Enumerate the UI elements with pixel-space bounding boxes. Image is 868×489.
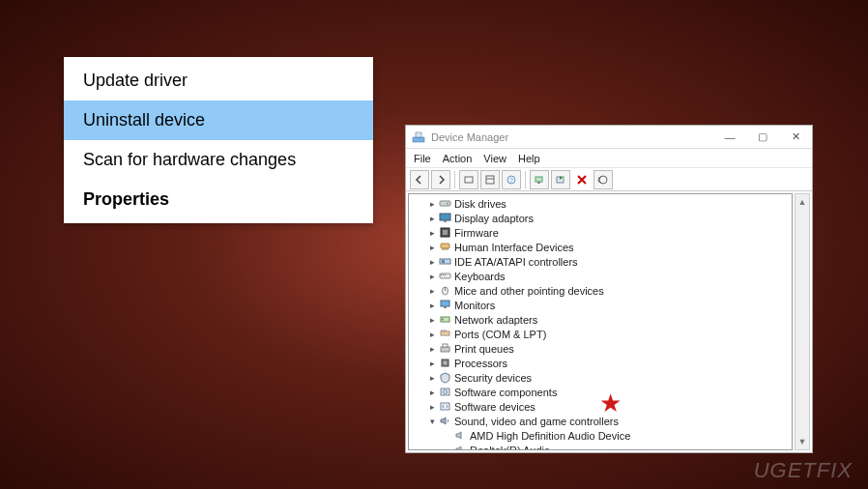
svg-rect-24: [445, 274, 446, 275]
tree-row[interactable]: ▸Monitors: [413, 298, 792, 312]
help-button[interactable]: ?: [502, 170, 521, 189]
menu-file[interactable]: File: [414, 153, 431, 164]
caret-right-icon[interactable]: ▸: [426, 388, 438, 397]
tree-item-label: Display adaptors: [454, 213, 534, 224]
ports-icon: [438, 328, 451, 341]
caret-right-icon[interactable]: ▸: [426, 359, 438, 368]
tree-row[interactable]: ▸Mice and other pointing devices: [413, 283, 792, 298]
tree-row[interactable]: ▸Ports (COM & LPT): [413, 327, 792, 341]
update-driver-button[interactable]: [551, 170, 570, 189]
tree-item-label: Realtek(R) Audio: [470, 445, 550, 451]
menubar: File Action View Help: [406, 149, 812, 168]
mouse-icon: [438, 284, 451, 298]
menu-scan-hardware[interactable]: Scan for hardware changes: [64, 140, 373, 180]
menu-action[interactable]: Action: [443, 153, 473, 164]
svg-rect-2: [465, 177, 473, 183]
caret-right-icon[interactable]: ▸: [426, 330, 438, 339]
tree-row[interactable]: ▸Network adapters: [413, 312, 792, 327]
svg-point-30: [442, 319, 444, 321]
scroll-up-icon[interactable]: ▲: [796, 194, 809, 210]
svg-point-12: [447, 203, 448, 205]
forward-button[interactable]: [431, 170, 450, 189]
context-menu: Update driver Uninstall device Scan for …: [64, 57, 373, 223]
menu-help[interactable]: Help: [518, 153, 540, 164]
properties-button[interactable]: [480, 170, 500, 189]
menu-update-driver[interactable]: Update driver: [64, 61, 373, 101]
tree-row[interactable]: ▸Security devices: [413, 370, 792, 385]
svg-rect-32: [441, 347, 449, 352]
window-title: Device Manager: [431, 131, 713, 143]
scrollbar[interactable]: ▲ ▼: [795, 193, 810, 450]
scan-button[interactable]: [530, 170, 549, 189]
tree-item-label: IDE ATA/ATAPI controllers: [454, 256, 578, 268]
tree-item-label: Processors: [454, 358, 507, 369]
tree-item-label: Mice and other pointing devices: [454, 285, 604, 297]
tree-item-label: Software devices: [454, 401, 535, 413]
enable-button[interactable]: [593, 170, 613, 189]
tree-row[interactable]: ▸Keyboards: [413, 269, 792, 283]
caret-right-icon[interactable]: ▸: [426, 301, 438, 310]
caret-right-icon[interactable]: ▸: [426, 344, 438, 354]
svg-rect-16: [443, 230, 448, 235]
uninstall-button[interactable]: [572, 170, 592, 189]
menu-properties[interactable]: Properties: [64, 180, 373, 219]
tree-item-label: Network adapters: [454, 314, 537, 326]
caret-right-icon[interactable]: ▸: [426, 257, 438, 267]
tree-row[interactable]: ▸Display adaptors: [413, 211, 792, 225]
svg-rect-1: [416, 132, 421, 137]
app-icon: [412, 130, 425, 144]
hid-icon: [438, 241, 451, 254]
toolbar-separator: [454, 171, 455, 188]
sound-icon: [438, 415, 451, 428]
svg-rect-14: [444, 220, 447, 222]
tree-row[interactable]: ▸Processors: [413, 356, 792, 370]
tree-item-label: Disk drives: [454, 198, 506, 210]
tree-row[interactable]: ▸Firmware: [413, 225, 792, 240]
menu-uninstall-device[interactable]: Uninstall device: [64, 101, 373, 140]
show-hidden-button[interactable]: [459, 170, 478, 189]
svg-rect-31: [441, 331, 449, 335]
toolbar-separator: [525, 171, 526, 188]
minimize-button[interactable]: —: [713, 127, 746, 148]
disk-icon: [438, 197, 451, 211]
svg-rect-3: [486, 176, 494, 184]
caret-right-icon[interactable]: ▸: [426, 243, 438, 252]
softdev-icon: [438, 400, 451, 414]
tree-item-label: Sound, video and game controllers: [454, 416, 619, 427]
caret-right-icon[interactable]: ▸: [426, 199, 438, 209]
caret-right-icon[interactable]: ▸: [426, 228, 438, 238]
tree-row[interactable]: AMD High Definition Audio Device: [413, 428, 792, 443]
audio-icon: [453, 444, 467, 451]
titlebar[interactable]: Device Manager — ▢ ✕: [406, 126, 812, 149]
caret-right-icon[interactable]: ▸: [426, 286, 438, 296]
tree-item-label: Print queues: [454, 343, 514, 355]
caret-right-icon[interactable]: ▸: [426, 272, 438, 281]
menu-view[interactable]: View: [483, 153, 506, 164]
firmware-icon: [438, 226, 451, 240]
close-button[interactable]: ✕: [779, 127, 812, 148]
caret-right-icon[interactable]: ▸: [426, 402, 438, 412]
display-icon: [438, 212, 451, 225]
toolbar: ?: [406, 168, 812, 191]
keyboard-icon: [438, 270, 451, 283]
monitor-icon: [438, 299, 451, 312]
scroll-down-icon[interactable]: ▼: [796, 434, 809, 449]
svg-rect-20: [442, 260, 445, 263]
maximize-button[interactable]: ▢: [746, 127, 779, 148]
caret-down-icon[interactable]: ▾: [426, 417, 438, 426]
svg-rect-17: [441, 244, 449, 248]
svg-rect-19: [440, 259, 450, 264]
tree-row[interactable]: ▸Human Interface Devices: [413, 240, 792, 254]
back-button[interactable]: [410, 170, 429, 189]
watermark: UGETFIX: [754, 458, 853, 483]
caret-right-icon[interactable]: ▸: [426, 214, 438, 223]
tree-row[interactable]: Realtek(R) Audio: [413, 443, 792, 450]
tree-row[interactable]: ▸IDE ATA/ATAPI controllers: [413, 254, 792, 269]
caret-right-icon[interactable]: ▸: [426, 373, 438, 383]
window-controls: — ▢ ✕: [713, 127, 812, 148]
tree-row[interactable]: ▸Print queues: [413, 341, 792, 356]
tree-row[interactable]: ▸Disk drives: [413, 196, 792, 211]
printer-icon: [438, 342, 451, 356]
caret-right-icon[interactable]: ▸: [426, 315, 438, 325]
svg-rect-35: [444, 361, 447, 364]
